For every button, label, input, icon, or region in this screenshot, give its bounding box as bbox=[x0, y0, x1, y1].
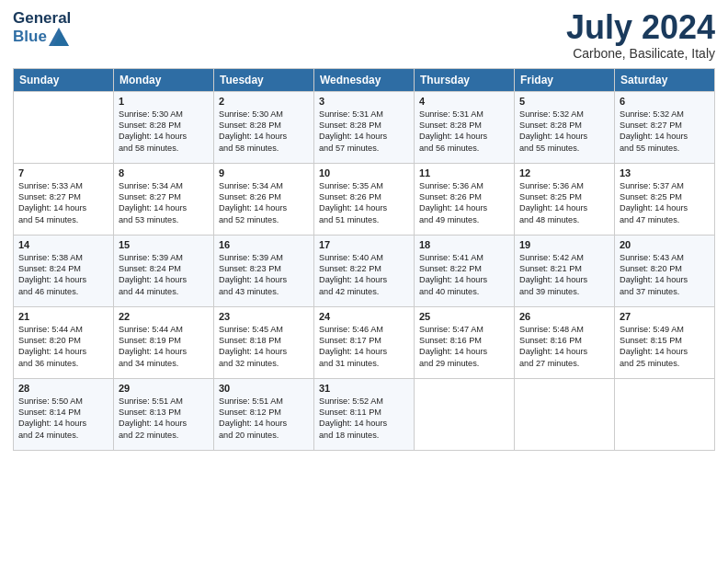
calendar-cell: 31Sunrise: 5:52 AM Sunset: 8:11 PM Dayli… bbox=[314, 378, 415, 450]
header: General Blue July 2024 Carbone, Basilica… bbox=[13, 9, 715, 61]
day-number: 10 bbox=[319, 167, 409, 178]
calendar-cell: 30Sunrise: 5:51 AM Sunset: 8:12 PM Dayli… bbox=[214, 378, 314, 450]
day-number: 22 bbox=[119, 311, 209, 322]
day-number: 21 bbox=[18, 311, 108, 322]
calendar-cell bbox=[14, 91, 114, 163]
logo-line2: Blue bbox=[13, 28, 71, 46]
day-info: Sunrise: 5:37 AM Sunset: 8:25 PM Dayligh… bbox=[620, 180, 710, 226]
column-header-tuesday: Tuesday bbox=[214, 68, 314, 91]
calendar-cell bbox=[515, 378, 615, 450]
day-number: 2 bbox=[219, 96, 309, 107]
day-info: Sunrise: 5:36 AM Sunset: 8:26 PM Dayligh… bbox=[419, 180, 509, 226]
day-info: Sunrise: 5:51 AM Sunset: 8:12 PM Dayligh… bbox=[219, 396, 309, 442]
day-number: 15 bbox=[119, 239, 209, 250]
title-block: July 2024 Carbone, Basilicate, Italy bbox=[566, 9, 715, 61]
logo-line1: General bbox=[13, 9, 71, 28]
day-info: Sunrise: 5:39 AM Sunset: 8:24 PM Dayligh… bbox=[119, 252, 209, 298]
calendar-cell: 3Sunrise: 5:31 AM Sunset: 8:28 PM Daylig… bbox=[314, 91, 415, 163]
day-info: Sunrise: 5:36 AM Sunset: 8:25 PM Dayligh… bbox=[519, 180, 609, 226]
column-header-saturday: Saturday bbox=[615, 68, 715, 91]
day-info: Sunrise: 5:33 AM Sunset: 8:27 PM Dayligh… bbox=[18, 180, 108, 226]
location-subtitle: Carbone, Basilicate, Italy bbox=[566, 46, 715, 61]
calendar-cell: 14Sunrise: 5:38 AM Sunset: 8:24 PM Dayli… bbox=[14, 235, 114, 306]
day-number: 24 bbox=[319, 311, 409, 322]
day-number: 8 bbox=[119, 167, 209, 178]
calendar-cell: 27Sunrise: 5:49 AM Sunset: 8:15 PM Dayli… bbox=[615, 306, 715, 378]
column-header-sunday: Sunday bbox=[14, 68, 114, 91]
day-number: 6 bbox=[620, 96, 710, 107]
day-number: 5 bbox=[519, 96, 609, 107]
calendar-cell: 24Sunrise: 5:46 AM Sunset: 8:17 PM Dayli… bbox=[314, 306, 415, 378]
day-info: Sunrise: 5:30 AM Sunset: 8:28 PM Dayligh… bbox=[219, 109, 309, 155]
calendar-cell: 10Sunrise: 5:35 AM Sunset: 8:26 PM Dayli… bbox=[314, 163, 415, 235]
day-number: 18 bbox=[419, 239, 509, 250]
day-number: 23 bbox=[219, 311, 309, 322]
day-number: 27 bbox=[620, 311, 710, 322]
week-row-2: 7Sunrise: 5:33 AM Sunset: 8:27 PM Daylig… bbox=[14, 163, 715, 235]
column-header-friday: Friday bbox=[515, 68, 615, 91]
day-info: Sunrise: 5:32 AM Sunset: 8:28 PM Dayligh… bbox=[519, 109, 609, 155]
day-number: 28 bbox=[18, 383, 108, 394]
column-header-wednesday: Wednesday bbox=[314, 68, 415, 91]
month-title: July 2024 bbox=[566, 9, 715, 46]
calendar-cell: 5Sunrise: 5:32 AM Sunset: 8:28 PM Daylig… bbox=[515, 91, 615, 163]
day-number: 25 bbox=[419, 311, 509, 322]
calendar-cell: 13Sunrise: 5:37 AM Sunset: 8:25 PM Dayli… bbox=[615, 163, 715, 235]
week-row-5: 28Sunrise: 5:50 AM Sunset: 8:14 PM Dayli… bbox=[14, 378, 715, 450]
calendar-cell: 4Sunrise: 5:31 AM Sunset: 8:28 PM Daylig… bbox=[415, 91, 515, 163]
day-info: Sunrise: 5:45 AM Sunset: 8:18 PM Dayligh… bbox=[219, 324, 309, 370]
calendar-cell: 17Sunrise: 5:40 AM Sunset: 8:22 PM Dayli… bbox=[314, 235, 415, 306]
day-info: Sunrise: 5:34 AM Sunset: 8:27 PM Dayligh… bbox=[119, 180, 209, 226]
day-info: Sunrise: 5:40 AM Sunset: 8:22 PM Dayligh… bbox=[319, 252, 409, 298]
day-number: 17 bbox=[319, 239, 409, 250]
day-info: Sunrise: 5:31 AM Sunset: 8:28 PM Dayligh… bbox=[319, 109, 409, 155]
week-row-4: 21Sunrise: 5:44 AM Sunset: 8:20 PM Dayli… bbox=[14, 306, 715, 378]
day-info: Sunrise: 5:48 AM Sunset: 8:16 PM Dayligh… bbox=[519, 324, 609, 370]
column-header-monday: Monday bbox=[114, 68, 214, 91]
day-info: Sunrise: 5:46 AM Sunset: 8:17 PM Dayligh… bbox=[319, 324, 409, 370]
day-info: Sunrise: 5:49 AM Sunset: 8:15 PM Dayligh… bbox=[620, 324, 710, 370]
day-info: Sunrise: 5:38 AM Sunset: 8:24 PM Dayligh… bbox=[18, 252, 108, 298]
calendar-cell bbox=[415, 378, 515, 450]
calendar-cell: 11Sunrise: 5:36 AM Sunset: 8:26 PM Dayli… bbox=[415, 163, 515, 235]
calendar-cell: 15Sunrise: 5:39 AM Sunset: 8:24 PM Dayli… bbox=[114, 235, 214, 306]
calendar-cell: 2Sunrise: 5:30 AM Sunset: 8:28 PM Daylig… bbox=[214, 91, 314, 163]
week-row-3: 14Sunrise: 5:38 AM Sunset: 8:24 PM Dayli… bbox=[14, 235, 715, 306]
calendar-cell: 28Sunrise: 5:50 AM Sunset: 8:14 PM Dayli… bbox=[14, 378, 114, 450]
calendar-cell: 20Sunrise: 5:43 AM Sunset: 8:20 PM Dayli… bbox=[615, 235, 715, 306]
calendar-cell: 7Sunrise: 5:33 AM Sunset: 8:27 PM Daylig… bbox=[14, 163, 114, 235]
calendar-cell: 8Sunrise: 5:34 AM Sunset: 8:27 PM Daylig… bbox=[114, 163, 214, 235]
day-info: Sunrise: 5:43 AM Sunset: 8:20 PM Dayligh… bbox=[620, 252, 710, 298]
day-info: Sunrise: 5:34 AM Sunset: 8:26 PM Dayligh… bbox=[219, 180, 309, 226]
day-info: Sunrise: 5:30 AM Sunset: 8:28 PM Dayligh… bbox=[119, 109, 209, 155]
logo-icon bbox=[49, 28, 69, 46]
calendar-cell: 23Sunrise: 5:45 AM Sunset: 8:18 PM Dayli… bbox=[214, 306, 314, 378]
page-container: General Blue July 2024 Carbone, Basilica… bbox=[0, 0, 728, 460]
day-number: 20 bbox=[620, 239, 710, 250]
day-number: 1 bbox=[119, 96, 209, 107]
calendar-cell bbox=[615, 378, 715, 450]
calendar-header-row: SundayMondayTuesdayWednesdayThursdayFrid… bbox=[14, 68, 715, 91]
calendar-cell: 25Sunrise: 5:47 AM Sunset: 8:16 PM Dayli… bbox=[415, 306, 515, 378]
calendar-cell: 26Sunrise: 5:48 AM Sunset: 8:16 PM Dayli… bbox=[515, 306, 615, 378]
day-number: 13 bbox=[620, 167, 710, 178]
day-info: Sunrise: 5:52 AM Sunset: 8:11 PM Dayligh… bbox=[319, 396, 409, 442]
week-row-1: 1Sunrise: 5:30 AM Sunset: 8:28 PM Daylig… bbox=[14, 91, 715, 163]
day-number: 7 bbox=[18, 167, 108, 178]
calendar-cell: 12Sunrise: 5:36 AM Sunset: 8:25 PM Dayli… bbox=[515, 163, 615, 235]
calendar-cell: 21Sunrise: 5:44 AM Sunset: 8:20 PM Dayli… bbox=[14, 306, 114, 378]
logo: General Blue bbox=[13, 9, 71, 46]
day-info: Sunrise: 5:44 AM Sunset: 8:20 PM Dayligh… bbox=[18, 324, 108, 370]
calendar-cell: 16Sunrise: 5:39 AM Sunset: 8:23 PM Dayli… bbox=[214, 235, 314, 306]
day-info: Sunrise: 5:39 AM Sunset: 8:23 PM Dayligh… bbox=[219, 252, 309, 298]
calendar-table: SundayMondayTuesdayWednesdayThursdayFrid… bbox=[13, 68, 715, 451]
calendar-cell: 1Sunrise: 5:30 AM Sunset: 8:28 PM Daylig… bbox=[114, 91, 214, 163]
calendar-cell: 18Sunrise: 5:41 AM Sunset: 8:22 PM Dayli… bbox=[415, 235, 515, 306]
day-number: 26 bbox=[519, 311, 609, 322]
day-number: 12 bbox=[519, 167, 609, 178]
day-info: Sunrise: 5:47 AM Sunset: 8:16 PM Dayligh… bbox=[419, 324, 509, 370]
day-number: 4 bbox=[419, 96, 509, 107]
calendar-cell: 6Sunrise: 5:32 AM Sunset: 8:27 PM Daylig… bbox=[615, 91, 715, 163]
calendar-cell: 22Sunrise: 5:44 AM Sunset: 8:19 PM Dayli… bbox=[114, 306, 214, 378]
day-info: Sunrise: 5:51 AM Sunset: 8:13 PM Dayligh… bbox=[119, 396, 209, 442]
